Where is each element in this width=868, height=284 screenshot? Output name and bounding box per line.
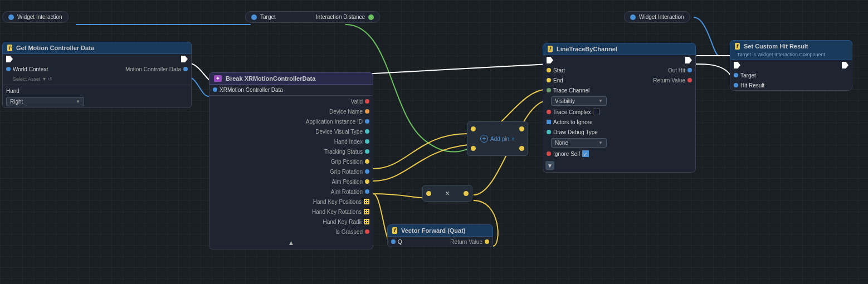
set-custom-subtitle: Target is Widget Interaction Component [735,52,825,57]
get-motion-exec-row [3,54,191,64]
pin-addpin-left-bottom [471,146,476,151]
grip-rot-row: Grip Rotation [209,167,373,177]
grip-pos-label: Grip Position [213,159,363,165]
q-label: Q [398,239,402,245]
end-row: End Return Value [543,75,695,85]
line-trace-header: f LineTraceByChannel [543,43,696,55]
hand-index-label: Hand Index [213,139,363,145]
trace-channel-row: Trace Channel [543,85,695,95]
lt-chevron[interactable]: ▼ [545,161,554,170]
get-motion-header: f Get Motion Controller Data [2,42,192,54]
aim-pos-row: Aim Position [209,177,373,187]
pin-exec-in-sc [734,62,740,68]
break-icon: ✦ [214,75,222,82]
trace-complex-row: Trace Complex [543,107,695,117]
device-name-label: Device Name [213,109,363,115]
break-xr-bottom-arrow: ▲ [209,237,373,249]
set-custom-node: f Set Custom Hit Result Target is Widget… [730,40,852,91]
hand-index-row: Hand Index [209,136,373,146]
pin-addpin-right-bottom [519,146,524,151]
draw-debug-dropdown[interactable]: None ▼ [551,138,607,148]
multiply-symbol: × [445,189,450,198]
pin-xr-input [213,87,217,92]
device-visual-label: Device Visual Type [213,129,363,135]
app-instance-row: Application Instance ID [209,116,373,126]
return-value-label: Return Value [450,239,482,245]
start-row: Start Out Hit [543,65,695,75]
device-name-row: Device Name [209,106,373,116]
add-pin-pins-row [471,126,524,131]
trace-channel-dropdown-row[interactable]: Visibility ▼ [543,95,695,107]
pin-hand-index [365,139,369,144]
vector-forward-title: Vector Forward (Quat) [401,227,466,234]
lt-collapse-row: ▼ [543,159,695,172]
set-custom-body: Target Hit Result [730,60,852,91]
hand-value: Right [10,99,23,105]
pin-blue-2 [630,14,636,20]
ignore-self-row: Ignore Self ✓ [543,149,695,159]
pin-world-context [6,67,11,71]
collapse-arrow[interactable]: ▲ [288,239,295,247]
ignore-self-checkbox[interactable]: ✓ [582,150,589,157]
pin-valid [365,99,369,104]
widget-interaction-node-2: Widget Interaction [624,11,690,23]
pin-exec-out-get-motion [181,56,188,62]
out-hit-label: Out Hit [668,67,685,74]
pin-sc-target [734,73,738,77]
hand-label: Hand [6,88,19,94]
trace-complex-checkbox[interactable] [593,109,599,115]
pin-grip-pos [365,159,369,164]
hand-dropdown-row[interactable]: Right ▼ [3,96,191,107]
draw-debug-dropdown-row[interactable]: None ▼ [543,137,695,149]
actors-ignore-row: Actors to Ignore [543,117,695,127]
pin-actors-ignore [547,120,551,124]
widget-interaction-label-1: Widget Interaction [17,14,62,20]
widget-interaction-label-2: Widget Interaction [639,14,684,20]
draw-debug-label: Draw Debug Type [553,129,598,135]
add-pin-pins-bottom-row [471,146,524,151]
f-icon-get-motion: f [7,45,12,51]
start-label: Start [553,67,565,74]
break-xr-title: Break XRMotionControllerData [226,75,315,82]
pin-ignore-self [547,151,551,156]
multiply-node: × [422,185,472,202]
add-pin-btn-row[interactable]: + Add pin + [471,135,524,143]
add-pin-plus[interactable]: + [511,136,515,142]
pin-addpin-right-top [519,126,524,131]
hand-dropdown[interactable]: Right ▼ [6,97,84,106]
aim-rot-row: Aim Rotation [209,187,373,197]
pin-sc-hit-result [734,83,738,87]
pin-hand-key-radii [364,219,369,224]
return-value-lt-label: Return Value [653,77,685,84]
hand-dropdown-arrow: ▼ [76,99,80,104]
add-pin-label[interactable]: Add pin [490,136,509,142]
device-visual-row: Device Visual Type [209,126,373,136]
trace-channel-arrow: ▼ [598,99,603,104]
add-pin-plus-icon[interactable]: + [480,135,488,143]
trace-channel-label: Trace Channel [553,87,589,94]
pin-hand-key-pos [364,199,369,204]
pin-start [547,68,551,72]
vector-q-row: Q Return Value [388,237,492,247]
world-context-row: World Context Motion Controller Data [3,64,191,74]
line-trace-body: Start Out Hit End Return Value Trace Cha… [543,55,696,173]
line-trace-node: f LineTraceByChannel Start Out Hit End R… [543,43,696,173]
is-grasped-row: Is Grasped [209,227,373,237]
hand-row: Hand [3,86,191,96]
get-motion-body: World Context Motion Controller Data Sel… [2,54,192,108]
trace-channel-value: Visibility [555,98,575,104]
vector-forward-node: f Vector Forward (Quat) Q Return Value [387,224,493,247]
draw-debug-value: None [555,140,568,146]
actors-ignore-label: Actors to Ignore [553,119,593,125]
set-custom-title-row: f Set Custom Hit Result [735,43,808,50]
pin-is-grasped [365,229,369,234]
sc-target-row: Target [730,70,852,80]
trace-channel-dropdown[interactable]: Visibility ▼ [551,96,607,106]
pin-multiply-left [426,191,431,196]
pin-exec-in-lt [547,57,553,63]
ignore-self-label: Ignore Self [553,151,580,157]
pin-device-name [365,109,369,114]
sc-hit-result-label: Hit Result [740,82,764,89]
widget-interaction-node-1: Widget Interaction [2,11,69,23]
get-motion-title: Get Motion Controller Data [16,45,94,51]
